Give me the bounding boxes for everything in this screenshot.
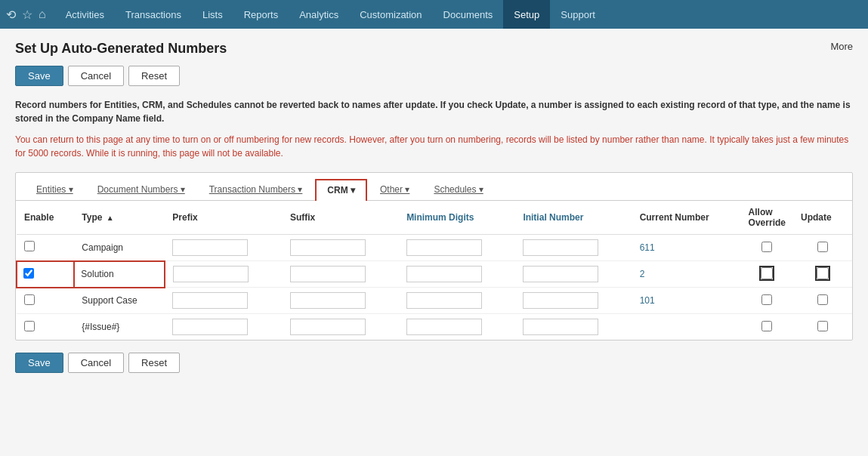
nav-item-transactions[interactable]: Transactions — [115, 0, 192, 29]
col-initial-number: Initial Number — [515, 201, 632, 235]
star-icon[interactable]: ☆ — [22, 8, 32, 22]
current-number-3 — [632, 314, 741, 340]
min-digits-input-2[interactable] — [406, 292, 482, 309]
cancel-button-bottom[interactable]: Cancel — [68, 353, 124, 373]
page-header: Set Up Auto-Generated Numbers More — [15, 41, 853, 57]
sort-arrow-type: ▲ — [107, 214, 114, 222]
prefix-input-2[interactable] — [172, 292, 248, 309]
min-digits-input-0[interactable] — [406, 239, 482, 256]
col-allow-override: AllowOverride — [741, 201, 793, 235]
info-normal-text: You can return to this page at any time … — [15, 133, 853, 160]
table-header-row: Enable Type ▲ Prefix Suffix Minimum Digi… — [17, 201, 852, 235]
reset-button-bottom[interactable]: Reset — [128, 353, 180, 373]
update-checkbox-0[interactable] — [817, 242, 828, 252]
initial-number-input-3[interactable] — [523, 319, 598, 335]
top-navigation: ⟲ ☆ ⌂ Activities Transactions Lists Repo… — [0, 0, 868, 29]
table-row: {#Issue#} — [17, 314, 852, 340]
col-enable: Enable — [17, 201, 74, 235]
type-cell: Support Case — [74, 288, 165, 314]
enable-checkbox-1[interactable] — [23, 268, 34, 279]
enable-checkbox-3[interactable] — [24, 321, 35, 331]
table-row: Solution2 — [17, 261, 852, 288]
enable-checkbox-2[interactable] — [24, 294, 35, 305]
tab-bar: Entities ▾ Document Numbers ▾ Transactio… — [16, 173, 852, 201]
type-cell: {#Issue#} — [74, 314, 165, 340]
col-update: Update — [793, 201, 852, 235]
col-prefix: Prefix — [165, 201, 283, 235]
info-section: Record numbers for Entities, CRM, and Sc… — [15, 98, 853, 160]
tab-other[interactable]: Other ▾ — [369, 179, 421, 200]
type-cell: Solution — [74, 261, 165, 288]
update-checkbox-3[interactable] — [817, 321, 828, 331]
nav-item-reports[interactable]: Reports — [233, 0, 289, 29]
action-buttons-bottom: Save Cancel Reset — [15, 353, 853, 373]
update-checkbox-1[interactable] — [817, 267, 829, 279]
nav-item-analytics[interactable]: Analytics — [289, 0, 349, 29]
page-container: Set Up Auto-Generated Numbers More Save … — [0, 29, 868, 456]
col-suffix: Suffix — [283, 201, 399, 235]
table-row: Campaign611 — [17, 235, 852, 261]
save-button-top[interactable]: Save — [15, 66, 63, 86]
update-checkbox-2[interactable] — [817, 294, 828, 305]
prefix-input-3[interactable] — [172, 319, 248, 335]
current-number-0: 611 — [632, 235, 741, 261]
nav-item-activities[interactable]: Activities — [55, 0, 115, 29]
nav-item-setup[interactable]: Setup — [503, 0, 550, 29]
tab-crm[interactable]: CRM ▾ — [315, 179, 367, 201]
nav-utility-icons: ⟲ ☆ ⌂ — [6, 8, 46, 22]
prefix-input-1[interactable] — [173, 266, 249, 282]
initial-number-input-1[interactable] — [523, 266, 598, 282]
type-cell: Campaign — [74, 235, 165, 261]
allow-override-checkbox-2[interactable] — [761, 294, 772, 305]
action-buttons-top: Save Cancel Reset — [15, 66, 853, 86]
initial-number-input-2[interactable] — [523, 292, 598, 309]
tab-entities[interactable]: Entities ▾ — [25, 179, 85, 200]
more-link[interactable]: More — [830, 41, 853, 52]
reset-button-top[interactable]: Reset — [128, 66, 180, 86]
min-digits-input-1[interactable] — [406, 266, 482, 282]
allow-override-checkbox-1[interactable] — [761, 267, 773, 279]
tab-schedules[interactable]: Schedules ▾ — [422, 179, 494, 200]
tab-transaction-numbers[interactable]: Transaction Numbers ▾ — [198, 179, 314, 200]
nav-item-support[interactable]: Support — [550, 0, 606, 29]
allow-override-checkbox-3[interactable] — [761, 321, 772, 331]
info-bold-text: Record numbers for Entities, CRM, and Sc… — [15, 98, 853, 125]
suffix-input-1[interactable] — [290, 266, 366, 282]
tab-document-numbers[interactable]: Document Numbers ▾ — [86, 179, 196, 200]
nav-items: Activities Transactions Lists Reports An… — [55, 0, 606, 29]
table-row: Support Case101 — [17, 288, 852, 314]
initial-number-input-0[interactable] — [523, 239, 598, 256]
min-digits-input-3[interactable] — [406, 319, 482, 335]
nav-item-customization[interactable]: Customization — [349, 0, 432, 29]
current-number-2: 101 — [632, 288, 741, 314]
enable-checkbox-0[interactable] — [24, 241, 35, 251]
cancel-button-top[interactable]: Cancel — [68, 66, 124, 86]
page-title: Set Up Auto-Generated Numbers — [15, 41, 227, 57]
save-button-bottom[interactable]: Save — [15, 353, 63, 373]
nav-item-lists[interactable]: Lists — [192, 0, 233, 29]
suffix-input-2[interactable] — [290, 292, 366, 309]
nav-item-documents[interactable]: Documents — [433, 0, 504, 29]
current-number-1: 2 — [632, 261, 741, 288]
allow-override-checkbox-0[interactable] — [761, 242, 772, 252]
prefix-input-0[interactable] — [172, 239, 248, 256]
history-icon[interactable]: ⟲ — [6, 8, 16, 22]
home-icon[interactable]: ⌂ — [39, 8, 46, 21]
col-current-number: Current Number — [632, 201, 741, 235]
col-type[interactable]: Type ▲ — [74, 201, 165, 235]
suffix-input-3[interactable] — [290, 319, 366, 335]
tab-section: Entities ▾ Document Numbers ▾ Transactio… — [15, 172, 853, 340]
suffix-input-0[interactable] — [290, 239, 366, 256]
col-min-digits: Minimum Digits — [399, 201, 515, 235]
auto-numbers-table: Enable Type ▲ Prefix Suffix Minimum Digi… — [16, 201, 852, 340]
